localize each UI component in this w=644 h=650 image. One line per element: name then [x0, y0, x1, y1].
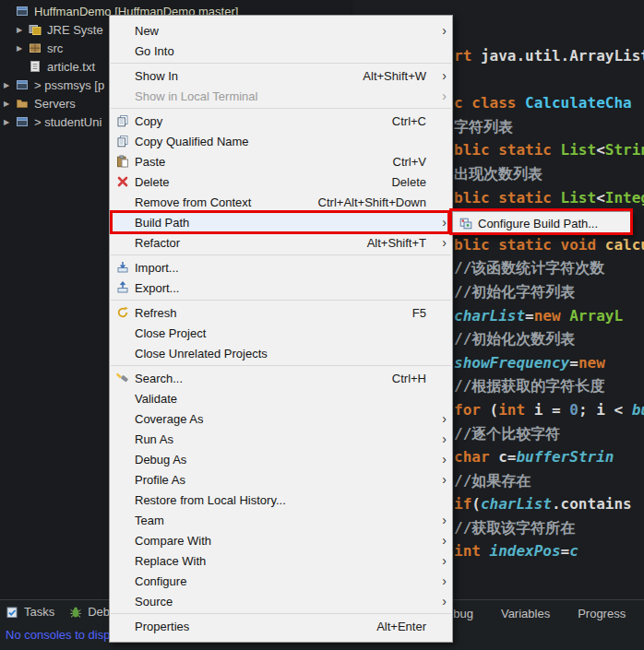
code-line: //如果存在 [454, 469, 644, 493]
view-tab-tasks[interactable]: Tasks [6, 605, 54, 619]
menu-item-label: Refresh [135, 306, 177, 320]
library-icon [29, 23, 43, 36]
code-line: int indexPos=c [454, 539, 644, 563]
menu-item-label: Compare With [135, 534, 211, 548]
debug-view-tabs: ebugVariablesProgress [447, 607, 626, 620]
eclipse-window: ▶HuffmanDemo [HuffmanDemo master]▶JRE Sy… [0, 0, 644, 650]
menu-item-configure[interactable]: Configure› [110, 571, 452, 591]
submenu-arrow-icon: › [437, 408, 447, 429]
menu-item-copy-qualified-name[interactable]: Copy Qualified Name [110, 131, 452, 151]
submenu-arrow-icon: › [437, 232, 447, 253]
menu-item-run-as[interactable]: Run As› [110, 429, 452, 449]
menu-item-export[interactable]: Export... [110, 278, 452, 298]
view-tab-variables[interactable]: Variables [501, 607, 550, 620]
code-line: char c=bufferStrin [454, 445, 644, 469]
icon-slot [114, 89, 131, 103]
menu-item-label: Restore from Local History... [135, 493, 286, 507]
view-tab-progress[interactable]: Progress [578, 607, 626, 620]
icon-slot [114, 43, 131, 58]
menu-item-compare-with[interactable]: Compare With› [110, 530, 452, 550]
menu-item-paste[interactable]: PasteCtrl+V [110, 151, 452, 171]
menu-item-label: Configure [135, 574, 186, 588]
submenu-arrow-icon: › [437, 550, 447, 571]
search-icon [114, 371, 131, 385]
menu-item-label: Import... [135, 261, 179, 275]
code-line: c class CalculateCha [454, 91, 644, 115]
menu-item-source[interactable]: Source› [110, 591, 452, 611]
icon-slot [114, 235, 131, 250]
import-icon [114, 260, 131, 275]
menu-item-validate[interactable]: Validate [110, 388, 452, 408]
submenu-arrow-icon: › [437, 530, 447, 550]
icon-slot [114, 391, 131, 406]
icon-slot [114, 452, 131, 467]
icon-slot [114, 431, 131, 446]
menu-item-restore-from-local-history[interactable]: Restore from Local History... [110, 490, 452, 510]
code-line: for (int i = 0; i < buff [454, 398, 644, 422]
project-icon [16, 78, 30, 91]
menu-item-label: Show In [135, 69, 178, 83]
menu-item-refactor[interactable]: RefactorAlt+Shift+T› [110, 232, 452, 253]
submenu-arrow-icon: › [437, 510, 447, 530]
menu-item-delete[interactable]: DeleteDelete [110, 171, 452, 192]
icon-slot [114, 472, 131, 487]
icon-slot [114, 513, 131, 527]
menu-item-team[interactable]: Team› [110, 510, 452, 530]
menu-item-label: Remove from Context [135, 195, 251, 209]
icon-slot [114, 411, 131, 426]
refresh-icon [114, 305, 131, 320]
menu-item-shortcut: Alt+Shift+T [367, 236, 437, 250]
code-line: if(charList.contains [454, 492, 644, 516]
expand-arrow-icon[interactable]: ▶ [4, 118, 16, 126]
submenu-arrow-icon: › [437, 469, 447, 490]
menu-item-show-in[interactable]: Show InAlt+Shift+W› [110, 65, 452, 86]
project-icon [16, 115, 30, 128]
menu-item-label: Replace With [135, 554, 206, 568]
menu-item-refresh[interactable]: RefreshF5 [110, 302, 452, 323]
tree-item-label: Servers [34, 97, 76, 111]
code-line: blic static List<Integ [454, 186, 644, 210]
expand-arrow-icon[interactable]: ▶ [4, 100, 16, 108]
annotation-build-path-highlight [110, 210, 450, 234]
menu-item-remove-from-context[interactable]: Remove from ContextCtrl+Alt+Shift+Down [110, 192, 452, 212]
menu-item-shortcut: Alt+Shift+W [363, 69, 437, 83]
menu-item-shortcut: Ctrl+Alt+Shift+Down [318, 195, 437, 209]
icon-slot [114, 23, 131, 38]
code-line: 字符列表 [454, 115, 644, 139]
menu-item-go-into[interactable]: Go Into [110, 41, 452, 61]
menu-item-label: Search... [135, 372, 183, 385]
expand-arrow-icon[interactable]: ▶ [4, 81, 16, 89]
tree-item-label: JRE Syste [47, 23, 103, 37]
menu-item-label: Copy [135, 114, 162, 128]
menu-item-close-unrelated-projects[interactable]: Close Unrelated Projects [110, 343, 452, 363]
menu-item-replace-with[interactable]: Replace With› [110, 550, 452, 571]
code-line: //逐个比较字符 [454, 422, 644, 446]
menu-item-debug-as[interactable]: Debug As› [110, 449, 452, 469]
menu-item-close-project[interactable]: Close Project [110, 323, 452, 343]
menu-item-profile-as[interactable]: Profile As› [110, 469, 452, 490]
menu-item-copy[interactable]: CopyCtrl+C [110, 111, 452, 131]
folder-icon [16, 97, 30, 110]
file-icon [29, 60, 43, 73]
expand-arrow-icon[interactable]: ▶ [17, 44, 29, 53]
delete-icon [114, 174, 131, 189]
console-message: No consoles to disp [6, 628, 110, 642]
menu-item-label: Source [135, 595, 173, 609]
menu-item-search[interactable]: Search...Ctrl+H [110, 368, 452, 388]
annotation-configure-build-path-highlight [449, 208, 633, 235]
project-icon [16, 5, 30, 18]
menu-item-show-in-local-terminal[interactable]: Show in Local Terminal› [110, 86, 452, 106]
submenu-arrow-icon: › [437, 86, 447, 106]
code-line: showFrequency=new [454, 351, 644, 375]
menu-item-import[interactable]: Import... [110, 257, 452, 278]
code-line: 出现次数列表 [454, 162, 644, 186]
menu-item-label: Team [135, 514, 164, 527]
menu-item-label: Refactor [135, 236, 180, 250]
expand-arrow-icon[interactable]: ▶ [17, 26, 29, 34]
menu-item-label: Delete [135, 175, 170, 189]
menu-item-shortcut: Ctrl+V [393, 155, 437, 169]
menu-item-new[interactable]: New› [110, 20, 452, 41]
menu-item-coverage-as[interactable]: Coverage As› [110, 408, 452, 429]
menu-item-label: Export... [135, 281, 179, 295]
menu-item-properties[interactable]: PropertiesAlt+Enter [110, 616, 452, 636]
